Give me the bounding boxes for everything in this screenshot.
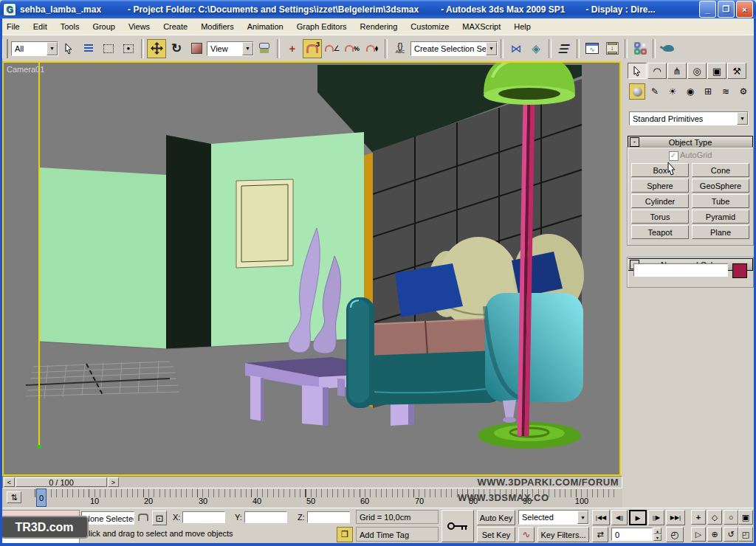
schematic-view-button[interactable]: ↓ [602,39,622,58]
select-scale-button[interactable] [187,39,206,58]
subtab-lights[interactable]: ☀ [664,83,681,100]
frame-spinner[interactable]: ▴ ▾ [653,528,662,541]
named-selection-sets-button[interactable]: {}ABC [391,39,410,58]
current-frame-field[interactable]: 0 [611,528,653,541]
chevron-down-icon[interactable]: ▼ [737,112,748,125]
use-pivot-center-button[interactable] [255,39,274,58]
key-filter-scope-dropdown[interactable]: Selected ▼ [518,510,589,525]
chevron-down-icon[interactable]: ▼ [47,42,58,55]
toolbar-drag-handle[interactable] [1,39,8,58]
tab-motion[interactable]: ◎ [687,63,707,79]
spinner-up-icon[interactable]: ▴ [653,528,662,534]
viewport-camera-label[interactable]: Camera01 [7,65,44,74]
object-name-field[interactable] [633,263,728,277]
reference-coordinate-dropdown[interactable]: View ▼ [207,41,254,56]
select-move-button[interactable] [147,39,166,58]
menu-tools[interactable]: Tools [54,20,86,33]
mirror-button[interactable]: ⋈ [506,39,526,58]
named-selection-set-dropdown[interactable]: Create Selection Set ▼ [410,41,498,56]
render-setup-button[interactable] [659,39,678,58]
tube-button[interactable]: Tube [692,194,749,208]
x-coordinate-field[interactable] [182,511,225,523]
subtab-shapes[interactable]: ✎ [647,83,663,100]
menu-customize[interactable]: Customize [404,20,456,33]
plane-button[interactable]: Plane [692,225,749,239]
set-keys-button[interactable] [441,510,474,542]
menu-edit[interactable]: Edit [27,20,54,33]
subtab-spacewarps[interactable]: ≋ [718,83,734,100]
go-to-end-button[interactable]: ▶▶| [666,510,685,525]
restore-button[interactable]: ❐ [718,1,735,18]
next-frame-arrow[interactable]: > [108,477,119,487]
add-time-tag-field[interactable]: Add Time Tag [356,527,439,542]
close-button[interactable]: × [736,1,753,18]
menu-maxscript[interactable]: MAXScript [456,20,507,33]
adaptive-degradation-icon[interactable]: ❒ [337,527,353,542]
rectangular-selection-region-button[interactable] [99,39,118,58]
window-crossing-button[interactable]: ● [119,39,138,58]
menu-rendering[interactable]: Rendering [354,20,405,33]
pyramid-button[interactable]: Pyramid [692,210,749,224]
zoom-icon[interactable]: + [691,510,706,525]
subtab-cameras[interactable]: ◉ [682,83,698,100]
category-dropdown[interactable]: Standard Primitives ▼ [629,111,749,125]
selection-lock-icon[interactable] [138,514,148,521]
spinner-snap-button[interactable]: ▴▴ [362,39,382,58]
sphere-button[interactable]: Sphere [631,179,689,193]
tab-display[interactable]: ▣ [707,63,726,79]
menu-views[interactable]: Views [122,20,157,33]
menu-animation[interactable]: Animation [241,20,290,33]
menu-create[interactable]: Create [157,20,194,33]
menu-file[interactable]: File [0,20,27,33]
field-of-view-icon[interactable]: ▷ [691,527,706,542]
align-button[interactable]: ◈ [526,39,546,58]
go-to-start-button[interactable]: |◀◀ [592,510,610,525]
arc-rotate-icon[interactable]: ↺ [724,527,738,542]
menu-graph-editors[interactable]: Graph Editors [290,20,354,33]
set-key-button[interactable]: Set Key [477,527,515,542]
percent-snap-button[interactable]: % [343,39,362,58]
chevron-down-icon[interactable]: ▼ [242,42,253,55]
key-mode-toggle-button[interactable]: ⇄ [592,527,608,542]
spinner-down-icon[interactable]: ▾ [653,534,662,541]
absolute-mode-button[interactable]: ⊡ [152,511,167,525]
time-configuration-button[interactable]: ◴ [666,527,684,542]
cone-button[interactable]: Cone [692,163,749,177]
pan-view-icon[interactable]: ⊕ [707,527,722,542]
default-tangent-button[interactable]: ∿ [518,527,535,542]
chevron-down-icon[interactable]: ▼ [577,511,588,524]
subtab-helpers[interactable]: ⊞ [700,83,716,100]
prev-frame-arrow[interactable]: < [4,477,15,487]
object-color-swatch[interactable] [732,263,747,278]
current-frame-marker[interactable]: 0 [36,488,47,507]
subtab-systems[interactable]: ⚙ [735,83,752,100]
menu-help[interactable]: Help [507,20,537,33]
menu-group[interactable]: Group [86,20,122,33]
autogrid-checkbox[interactable]: ✓ [669,151,678,161]
teapot-button[interactable]: Teapot [631,225,689,239]
layer-manager-button[interactable]: ☰ [551,39,577,58]
key-filters-button[interactable]: Key Filters... [537,527,589,542]
select-by-name-button[interactable] [79,39,98,58]
minimize-button[interactable]: _ [699,1,716,18]
auto-key-button[interactable]: Auto Key [477,510,515,525]
subtab-geometry[interactable] [629,83,645,100]
time-slider-button[interactable]: 0 / 100 [16,477,107,487]
z-coordinate-field[interactable] [307,511,350,523]
select-object-button[interactable] [59,39,78,58]
menu-modifiers[interactable]: Modifiers [194,20,241,33]
previous-frame-button[interactable]: ◀|| [611,510,628,525]
select-manipulate-button[interactable]: + [283,39,302,58]
curve-editor-button[interactable]: ∿ [583,39,602,58]
box-button[interactable]: Box [631,163,689,177]
tab-utilities[interactable]: ⚒ [727,63,746,79]
angle-snap-button[interactable]: ∠ [323,39,342,58]
maximize-viewport-icon[interactable]: ◰ [738,527,753,542]
camera-viewport[interactable]: Camera01 [2,61,621,476]
material-editor-button[interactable] [630,39,650,58]
mini-curve-editor-button[interactable]: ⇅ [7,491,21,503]
y-coordinate-field[interactable] [244,511,287,523]
tab-create[interactable] [628,63,647,79]
geosphere-button[interactable]: GeoSphere [692,179,749,193]
zoom-all-icon[interactable]: ◇ [707,510,722,525]
